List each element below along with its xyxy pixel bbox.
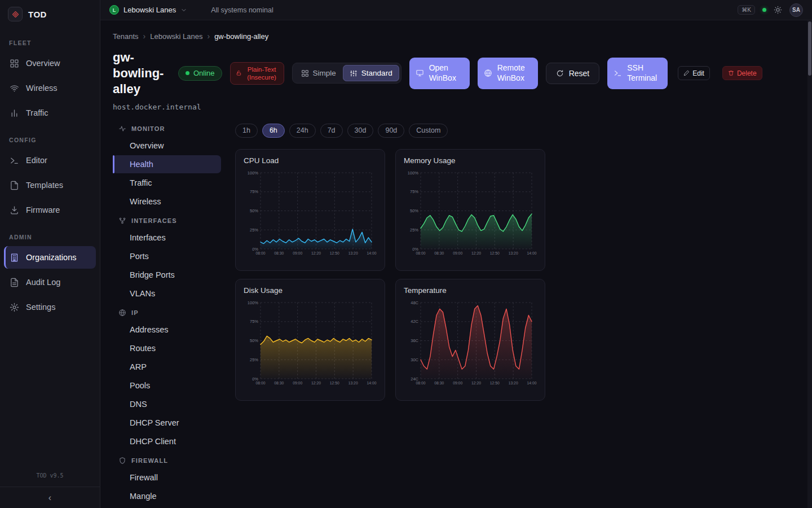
sidebar-collapse-button[interactable]: ‹ bbox=[0, 487, 100, 508]
document-icon bbox=[10, 278, 19, 287]
sidebar-item-audit-log[interactable]: Audit Log bbox=[4, 271, 96, 294]
scrollbar-thumb[interactable] bbox=[808, 21, 811, 76]
time-range-custom[interactable]: Custom bbox=[409, 124, 448, 138]
svg-text:13:20: 13:20 bbox=[509, 381, 518, 385]
device-subnav: MONITOR Overview Health Traffic Wireless… bbox=[113, 119, 221, 506]
subnav-item-routes[interactable]: Routes bbox=[113, 339, 221, 357]
subnav-item-arp[interactable]: ARP bbox=[113, 358, 221, 376]
subnav-item-health[interactable]: Health bbox=[113, 155, 221, 173]
svg-text:08:00: 08:00 bbox=[255, 251, 265, 255]
subnav-item-dhcp-server[interactable]: DHCP Server bbox=[113, 414, 221, 432]
svg-text:50%: 50% bbox=[250, 338, 258, 343]
subnav-item-addresses[interactable]: Addresses bbox=[113, 321, 221, 339]
sidebar-item-settings[interactable]: Settings bbox=[4, 296, 96, 318]
sun-icon[interactable] bbox=[774, 6, 782, 14]
topbar: L Lebowski Lanes All systems nominal ⌘K … bbox=[100, 0, 812, 20]
mode-standard-button[interactable]: Standard bbox=[343, 65, 399, 81]
app-logo-icon bbox=[8, 7, 23, 21]
remote-winbox-button[interactable]: Remote WinBox bbox=[478, 58, 538, 89]
subnav-item-bridge-ports[interactable]: Bridge Ports bbox=[113, 266, 221, 284]
subnav-item-pools[interactable]: Pools bbox=[113, 376, 221, 395]
svg-text:50%: 50% bbox=[250, 208, 258, 213]
breadcrumb-current: gw-bowling-alley bbox=[214, 32, 268, 41]
time-range-7d[interactable]: 7d bbox=[320, 124, 343, 138]
sidebar-item-traffic[interactable]: Traffic bbox=[4, 102, 96, 124]
time-range-24h[interactable]: 24h bbox=[289, 124, 316, 138]
sidebar-item-templates[interactable]: Templates bbox=[4, 174, 96, 196]
disk-usage-card: Disk Usage 100%75%50%25%0%08:0008:3009:0… bbox=[235, 279, 385, 401]
svg-text:12:20: 12:20 bbox=[471, 381, 481, 385]
subnav-item-dhcp-client[interactable]: DHCP Client bbox=[113, 432, 221, 450]
svg-text:25%: 25% bbox=[410, 227, 418, 233]
svg-text:08:00: 08:00 bbox=[416, 381, 425, 385]
sidebar-item-label: Firmware bbox=[26, 205, 60, 214]
time-range-6h[interactable]: 6h bbox=[262, 124, 285, 138]
delete-button[interactable]: Delete bbox=[722, 66, 762, 80]
device-name: gw-bowling-alley bbox=[113, 50, 170, 97]
disk-usage-chart: 100%75%50%25%0%08:0008:3009:0012:2012:50… bbox=[244, 299, 378, 388]
memory-usage-card: Memory Usage 100%75%50%25%0%08:0008:3009… bbox=[395, 149, 545, 271]
device-hostname: host.docker.internal bbox=[100, 97, 812, 111]
subnav-item-traffic[interactable]: Traffic bbox=[113, 174, 221, 192]
page-scrollbar[interactable] bbox=[807, 20, 812, 508]
svg-text:30C: 30C bbox=[411, 357, 418, 362]
sidebar-item-label: Organizations bbox=[26, 253, 76, 262]
pencil-icon bbox=[683, 70, 690, 76]
svg-text:08:30: 08:30 bbox=[274, 251, 284, 255]
time-range-1h[interactable]: 1h bbox=[235, 124, 258, 138]
sidebar-item-label: Templates bbox=[26, 181, 63, 190]
refresh-icon bbox=[556, 69, 564, 77]
time-range-30d[interactable]: 30d bbox=[347, 124, 374, 138]
svg-text:12:20: 12:20 bbox=[471, 251, 481, 255]
sidebar-item-label: Traffic bbox=[26, 108, 48, 117]
breadcrumb-tenants[interactable]: Tenants bbox=[113, 32, 139, 41]
sidebar-item-firmware[interactable]: Firmware bbox=[4, 199, 96, 221]
subnav-item-vlans[interactable]: VLANs bbox=[113, 284, 221, 303]
online-status-badge: Online bbox=[178, 66, 222, 81]
activity-icon bbox=[118, 125, 126, 133]
user-avatar[interactable]: SA bbox=[789, 3, 803, 17]
open-winbox-button[interactable]: Open WinBox bbox=[409, 58, 470, 89]
time-range-90d[interactable]: 90d bbox=[378, 124, 404, 138]
command-palette-shortcut[interactable]: ⌘K bbox=[738, 5, 755, 15]
shield-icon bbox=[118, 457, 126, 465]
svg-text:14:00: 14:00 bbox=[527, 381, 536, 385]
subnav-item-firewall[interactable]: Firewall bbox=[113, 468, 221, 487]
sidebar-footer: TOD v9.5 ‹ bbox=[0, 472, 100, 508]
subnav-item-wireless[interactable]: Wireless bbox=[113, 192, 221, 211]
svg-text:75%: 75% bbox=[410, 189, 418, 194]
svg-text:12:50: 12:50 bbox=[330, 251, 339, 255]
svg-text:13:20: 13:20 bbox=[348, 381, 358, 385]
svg-text:36C: 36C bbox=[411, 338, 418, 343]
system-status-text: All systems nominal bbox=[211, 6, 273, 14]
svg-text:08:30: 08:30 bbox=[434, 381, 444, 385]
ssh-terminal-button[interactable]: SSH Terminal bbox=[607, 58, 668, 89]
mode-simple-label: Simple bbox=[313, 69, 336, 77]
sidebar-item-organizations[interactable]: Organizations bbox=[4, 246, 96, 269]
download-icon bbox=[10, 205, 19, 215]
sidebar-item-editor[interactable]: Editor bbox=[4, 149, 96, 172]
svg-text:08:30: 08:30 bbox=[274, 381, 284, 385]
breadcrumb: Tenants › Lebowski Lanes › gw-bowling-al… bbox=[100, 20, 812, 41]
sidebar-section-admin: ADMIN bbox=[0, 222, 100, 245]
subnav-item-overview[interactable]: Overview bbox=[113, 137, 221, 155]
subnav-item-interfaces[interactable]: Interfaces bbox=[113, 229, 221, 247]
monitor-icon bbox=[416, 69, 424, 77]
tenant-selector[interactable]: L Lebowski Lanes bbox=[109, 5, 187, 15]
cpu-load-chart: 100%75%50%25%0%08:0008:3009:0012:2012:50… bbox=[244, 169, 378, 259]
reset-button[interactable]: Reset bbox=[546, 63, 600, 84]
sidebar: TOD FLEET Overview Wireless Traffic CONF… bbox=[0, 0, 100, 508]
sidebar-item-overview[interactable]: Overview bbox=[4, 52, 96, 75]
svg-text:12:50: 12:50 bbox=[490, 381, 500, 385]
subnav-item-ports[interactable]: Ports bbox=[113, 247, 221, 265]
edit-button[interactable]: Edit bbox=[678, 66, 710, 80]
subnav-item-mangle[interactable]: Mangle bbox=[113, 487, 221, 505]
svg-text:09:00: 09:00 bbox=[293, 381, 302, 385]
main-content: Tenants › Lebowski Lanes › gw-bowling-al… bbox=[100, 0, 812, 508]
mode-simple-button[interactable]: Simple bbox=[294, 65, 343, 81]
sidebar-item-wireless[interactable]: Wireless bbox=[4, 77, 96, 99]
svg-text:08:00: 08:00 bbox=[255, 381, 265, 385]
breadcrumb-tenant[interactable]: Lebowski Lanes bbox=[150, 32, 202, 41]
subnav-item-dns[interactable]: DNS bbox=[113, 395, 221, 413]
grid-icon bbox=[301, 69, 309, 77]
